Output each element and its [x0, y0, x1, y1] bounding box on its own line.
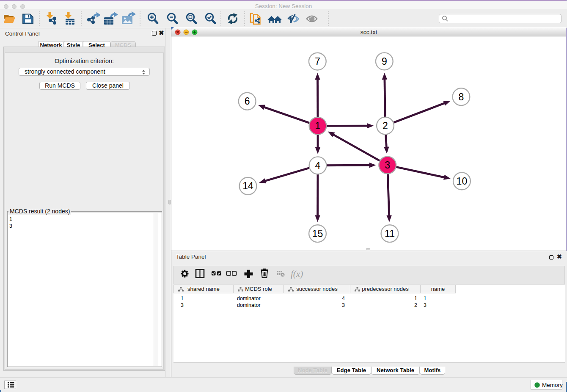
svg-text:2: 2 — [383, 120, 388, 131]
svg-text:10: 10 — [457, 176, 468, 187]
svg-text:8: 8 — [459, 91, 464, 102]
svg-text:7: 7 — [315, 56, 320, 67]
svg-text:9: 9 — [382, 56, 387, 67]
svg-text:3: 3 — [385, 160, 390, 171]
svg-text:4: 4 — [315, 160, 321, 171]
svg-text:15: 15 — [312, 228, 323, 239]
svg-text:f(x): f(x) — [291, 269, 303, 279]
svg-text:14: 14 — [242, 180, 253, 191]
svg-text:6: 6 — [245, 96, 250, 107]
svg-text:11: 11 — [385, 228, 395, 239]
svg-text:1: 1 — [315, 120, 321, 131]
